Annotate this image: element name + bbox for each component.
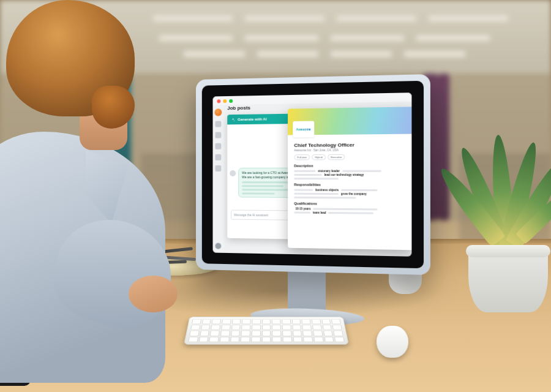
plant [450,153,551,312]
section-heading-responsibilities: Responsibilities [294,183,408,187]
page-title: Job posts [227,105,250,111]
sidebar [213,105,224,253]
sidebar-item-dashboard[interactable] [215,121,221,127]
marketing-scene: Job posts Generate with AI We are lookin… [0,0,551,392]
section-heading-description: Description [294,164,408,168]
tag[interactable]: Executive [328,154,345,160]
company-logo: Awesome [293,121,314,138]
sparkle-icon [231,118,235,122]
imac-monitor: Job posts Generate with AI We are lookin… [196,74,430,275]
window-controls[interactable] [217,99,233,104]
user-avatar[interactable] [215,243,221,249]
recruiting-app: Job posts Generate with AI We are lookin… [213,92,412,257]
app-logo[interactable] [214,108,222,116]
post-hero: Awesome [288,107,411,135]
window-titlebar [213,92,412,105]
section-heading-qualifications: Qualifications [294,202,408,206]
person [0,0,184,392]
responsibility-line: grow the company [294,192,408,196]
job-meta: Awesome Inc · San Jose, CA, USA [294,148,408,152]
ai-panel-title: Generate with AI [238,117,266,121]
sidebar-item-mail[interactable] [215,143,221,149]
job-post-card: Awesome Chief Technology Officer Awesome… [288,107,411,250]
sidebar-item-tasks[interactable] [215,154,221,160]
ai-chat-placeholder: Message the AI assistant [234,213,268,217]
job-tags: Full-time Hybrid Executive [294,154,408,160]
tag[interactable]: Full-time [294,154,310,160]
sidebar-item-jobs[interactable] [215,132,221,138]
qualification-line: team lead [294,210,408,215]
keyboard [184,317,349,345]
sidebar-item-analytics[interactable] [215,165,221,172]
chat-avatar [230,170,236,176]
tag[interactable]: Hybrid [312,154,326,160]
job-title: Chief Technology Officer [294,141,408,148]
description-line: lead our technology strategy [294,173,408,176]
mouse [376,326,409,358]
